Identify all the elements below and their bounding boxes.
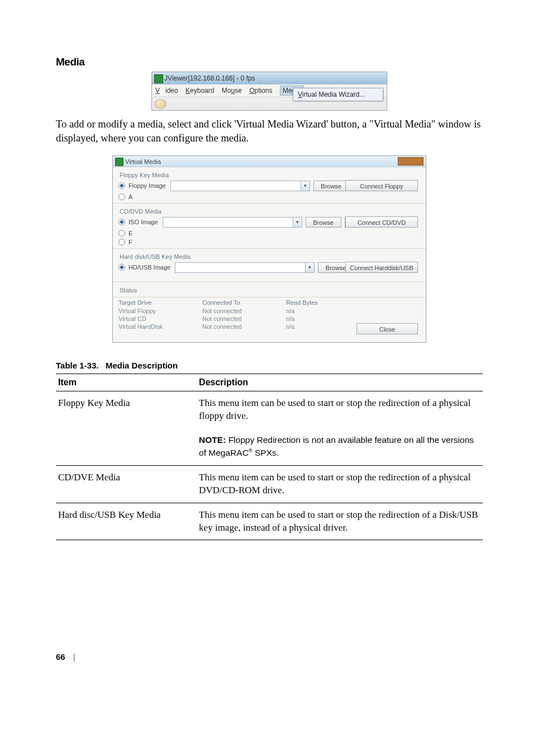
virtual-media-dialog: Virtual Media Floppy Key Media Floppy Im…: [112, 155, 426, 343]
status-row: Virtual FloppyNot connectedn/a: [113, 307, 426, 315]
floppy-browse-button: Browse: [313, 181, 349, 191]
hdusb-section-label: Hard disk/USB Key Media: [113, 248, 426, 261]
close-icon: [398, 157, 423, 166]
floppy-a-label: A: [129, 193, 132, 200]
chevron-down-icon: ▾: [301, 181, 310, 191]
col-desc: Description: [197, 374, 483, 391]
section-heading: Media: [56, 56, 483, 68]
menu-keyboard: Keyboard: [185, 87, 214, 94]
menu-options: Options: [249, 87, 272, 94]
globe-icon: [154, 99, 166, 109]
cddvd-browse-button: Browse: [306, 217, 341, 228]
media-description-table: Item Description Floppy Key Media This m…: [56, 374, 483, 541]
iso-image-combo: ▾: [163, 217, 302, 228]
menu-video: Video: [155, 87, 178, 94]
drive-f-label: F: [129, 239, 132, 245]
hdusb-image-combo: ▾: [175, 262, 315, 273]
floppy-image-radio: [118, 182, 125, 189]
status-head: Target Drive Connected To Read Bytes: [113, 297, 426, 307]
chevron-down-icon: ▾: [305, 263, 314, 272]
table-row: Floppy Key Media This menu item can be u…: [56, 391, 483, 428]
connect-cddvd-button: Connect CD/DVD: [345, 216, 418, 228]
floppy-section-label: Floppy Key Media: [113, 167, 426, 179]
menu-mouse: Mouse: [222, 87, 242, 94]
hdusb-image-radio: [118, 264, 125, 271]
table-caption: Table 1-33. Media Description: [56, 361, 483, 370]
floppy-image-combo: ▾: [170, 181, 310, 191]
floppy-image-label: Floppy Image: [129, 182, 166, 189]
dialog-title: Virtual Media: [113, 156, 426, 167]
status-section-label: Status: [113, 282, 426, 295]
col-item: Item: [56, 374, 197, 391]
jviewer-title: JViewer[192.168.0.166] - 0 fps: [152, 72, 387, 84]
drive-f-radio: [118, 239, 125, 245]
table-row: CD/DVE Media This menu item can be used …: [56, 465, 483, 503]
drive-e-radio: [118, 230, 125, 237]
floppy-a-radio: [118, 193, 125, 200]
drive-e-label: E: [129, 230, 132, 237]
chevron-down-icon: ▾: [293, 218, 302, 227]
table-row: Hard disc/USB Key Media This menu item c…: [56, 503, 483, 540]
connect-floppy-button: Connect Floppy: [345, 180, 418, 191]
cddvd-section-label: CD/DVD Media: [113, 203, 426, 216]
iso-image-radio: [118, 219, 125, 225]
dialog-close-button: Close: [356, 323, 418, 334]
intro-paragraph: To add or modify a media, select and cli…: [56, 117, 483, 145]
menu-virtual-media-wizard: Virtual Media Wizard...: [293, 88, 383, 101]
hdusb-image-label: HD/USB Image: [129, 264, 170, 271]
menubar-screenshot: JViewer[192.168.0.166] - 0 fps Video Key…: [151, 72, 387, 111]
connect-hdusb-button: Connect Harddisk/USB: [345, 262, 418, 273]
iso-image-label: ISO Image: [129, 219, 158, 225]
status-row: Virtual CDNot connectedn/a: [113, 315, 426, 323]
page-footer: 66|: [56, 652, 483, 662]
